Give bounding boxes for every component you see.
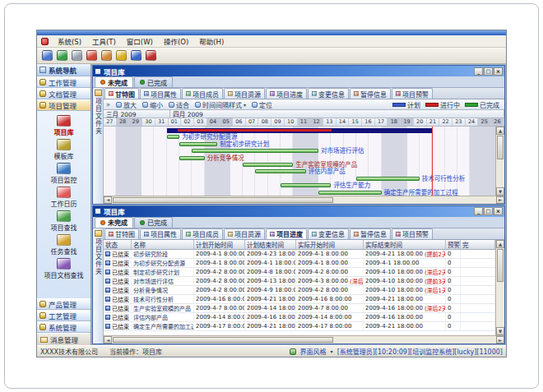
close-button[interactable]: × [494,67,503,76]
timeline-day[interactable]: 17 [375,118,388,126]
column-header-2[interactable]: 名称 [132,240,194,249]
timeline-day[interactable]: 30 [142,118,155,126]
overflow-chevron-icon[interactable]: » [106,101,110,108]
table-row[interactable]: 已结束确定生产所需要的加工过程2009-4-17 8:00:002009-4-2… [104,322,495,331]
gantt-bar[interactable] [281,183,331,187]
timeline-day[interactable]: 10 [285,118,298,126]
sidebar-item-工作日历[interactable]: 工作日历 [37,185,90,209]
minimize-button[interactable]: _ [474,207,483,215]
menu-item-4[interactable]: 操作(O) [162,35,190,47]
menu-item-1[interactable]: 系统(S) [56,35,83,47]
gantt-horizontal-scrollbar[interactable]: ◄ ► [104,196,504,204]
table-row[interactable]: 已结束技术可行性分析2009-4-16 8:00:002009-4-21 18:… [104,295,495,304]
timeline-day[interactable]: 18 [388,118,401,126]
table-row[interactable]: 已结束生产实验室规模的产品2009-4-7 8:00:002009-4-14 1… [104,304,495,313]
timeline-day[interactable]: 20 [414,118,427,126]
world-icon[interactable] [57,50,67,61]
table-tab-甘特图[interactable]: 甘特图 [104,228,139,239]
sidebar-tab-messages[interactable]: 消息管理 [37,333,90,345]
sidebar-item-项目库[interactable]: 项目库 [37,113,90,137]
table-tab-项目成员[interactable]: 项目成员 [182,228,223,239]
timeline-day[interactable]: 08 [258,118,272,126]
column-header-8[interactable]: 完 [461,240,495,249]
scroll-thumb[interactable] [497,249,504,283]
timeline-day[interactable]: 04 [207,118,220,126]
sidebar-item-模板库[interactable]: 模板库 [37,137,90,161]
table-filter-tab-2[interactable]: 已完成 [134,217,173,228]
gantt-bar[interactable] [167,135,179,139]
timeline-day[interactable]: 23 [452,118,466,126]
sidebar-group-项目管理[interactable]: 项目管理 [37,99,90,111]
gantt-bar[interactable] [179,156,205,160]
column-header-5[interactable]: 实际开始时间 [296,240,364,249]
scroll-up-icon[interactable]: ▲ [496,240,504,248]
gantt-tab-项目预警[interactable]: 项目预警 [392,88,433,99]
timeline-day[interactable]: 14 [336,118,350,126]
gantt-bar[interactable] [356,177,420,181]
table-tab-项目属性[interactable]: 项目属性 [140,228,181,239]
gantt-tool-4[interactable]: 时间间隔样式▾ [195,100,246,109]
minimize-button[interactable]: _ [474,67,483,76]
table-vertical-scrollbar[interactable]: ▲ ▼ [495,240,504,336]
gantt-tool-1[interactable]: 放大 [116,100,137,109]
table-tab-项目进度[interactable]: 项目进度 [266,228,307,239]
exit-icon[interactable] [146,50,156,61]
gantt-tab-项目成员[interactable]: 项目成员 [182,88,223,99]
scroll-up-icon[interactable]: ▲ [496,127,504,135]
table-row[interactable]: 已结束评估内部产品2009-4-14 8:00:002009-4-16 18:0… [104,313,495,322]
timeline-day[interactable]: 13 [323,118,336,126]
table-row[interactable]: 已结束制定初步研究计划2009-4-2 8:00:002009-4-8 18:0… [104,268,495,277]
scroll-thumb[interactable] [497,136,504,159]
timeline-day[interactable]: 05 [220,118,233,126]
scroll-down-icon[interactable]: ▼ [496,187,504,196]
timeline-day[interactable]: 27 [104,118,117,126]
timeline-day[interactable]: 15 [349,118,362,126]
timeline-day[interactable]: 31 [155,118,169,126]
table-filter-tab-1[interactable]: 未完成 [95,217,133,228]
timeline-day[interactable]: 21 [427,118,440,126]
timeline-day[interactable]: 24 [466,118,479,126]
timeline-day[interactable]: 07 [246,118,259,126]
gantt-bar[interactable] [318,191,382,195]
timeline-day[interactable]: 12 [310,118,323,126]
column-header-6[interactable]: 实际结束时间 [364,240,446,249]
project-folder-strip[interactable]: 项目文件夹 [93,88,104,204]
gantt-tab-项目属性[interactable]: 项目属性 [140,88,181,99]
timeline-day[interactable]: 22 [439,118,452,126]
scroll-thumb[interactable] [113,197,333,203]
sidebar-item-项目监控[interactable]: 项目监控 [37,161,90,185]
gantt-tab-暂停信息[interactable]: 暂停信息 [350,88,391,99]
dropdown-arrow-icon[interactable]: ▾ [331,348,333,354]
timeline-day[interactable]: 01 [169,118,182,126]
timeline-day[interactable]: 28 [117,118,130,126]
gantt-tab-项目进度[interactable]: 项目进度 [266,88,307,99]
table-tab-项目资源[interactable]: 项目资源 [224,228,265,239]
table-window-titlebar[interactable]: 项目库 _ □ × [93,206,504,217]
timeline-day[interactable]: 26 [491,118,504,126]
column-header-1[interactable]: 状态 [104,240,132,249]
gantt-filter-tab-2[interactable]: 已完成 [134,76,173,87]
table-row[interactable]: 已结束为初步研究分配资源2009-4-1 8:00:002009-4-1 18:… [104,259,495,268]
table-row[interactable]: 已结束初步研究阶段2009-4-1 8:00:002009-4-23 18:00… [104,250,495,259]
timeline-day[interactable]: 16 [362,118,375,126]
timeline-day[interactable]: 02 [181,118,194,126]
gantt-tab-变更信息[interactable]: 变更信息 [308,88,349,99]
maximize-button[interactable]: □ [484,207,493,215]
scroll-down-icon[interactable]: ▼ [496,327,504,335]
table-tab-变更信息[interactable]: 变更信息 [308,228,349,239]
scroll-thumb[interactable] [113,337,333,343]
gantt-bar[interactable] [255,169,305,173]
timeline-day[interactable]: 11 [298,118,311,126]
timeline-day[interactable]: 29 [129,118,142,126]
sidebar-item-项目文档查找[interactable]: 项目文档查找 [37,256,90,280]
calendar-icon[interactable] [101,50,112,61]
close-button[interactable]: × [494,207,503,215]
refresh-icon[interactable] [86,50,97,61]
table-row[interactable]: 已结束分析竞争情况2009-4-2 8:00:002009-4-9 18:00:… [104,286,495,295]
sidebar-group-工作管理[interactable]: 工作管理 [37,76,90,88]
save-icon[interactable] [42,50,53,61]
column-header-4[interactable]: 计划结束时间 [245,240,296,249]
gantt-tool-5[interactable]: 定位 [252,100,272,109]
table-horizontal-scrollbar[interactable]: ◄ ► [104,335,504,344]
gantt-window-titlebar[interactable]: 项目库 _ □ × [93,66,504,76]
